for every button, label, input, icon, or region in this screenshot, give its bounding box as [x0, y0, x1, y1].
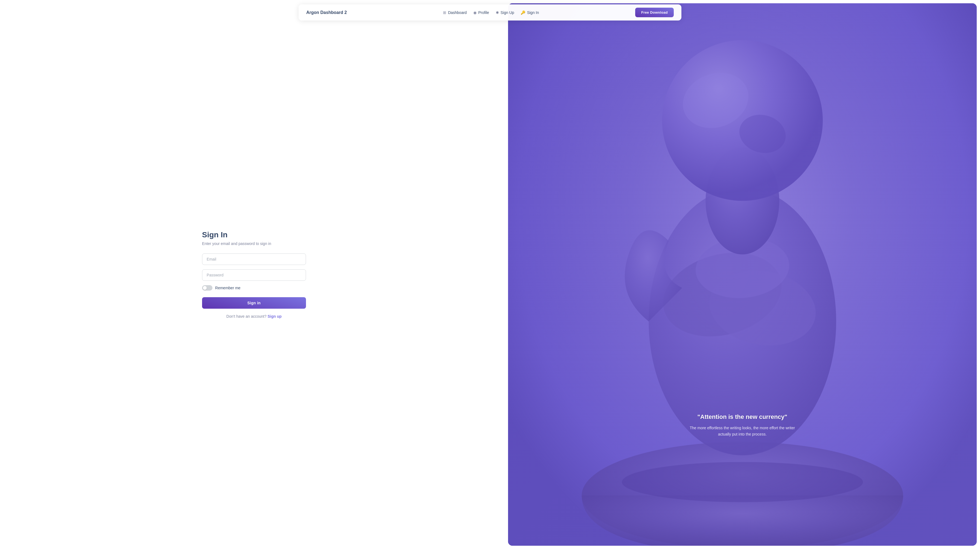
toggle-slider	[202, 285, 212, 291]
nav-profile[interactable]: ◉ Profile	[473, 10, 489, 15]
signup-prompt: Don't have an account? Sign up	[202, 314, 306, 318]
signup-icon: ✱	[496, 10, 499, 15]
right-panel: "Attention is the new currency" The more…	[508, 3, 977, 546]
right-panel-background: "Attention is the new currency" The more…	[508, 3, 977, 546]
signin-container: Sign In Enter your email and password to…	[202, 231, 306, 318]
nav-dashboard[interactable]: ⊞ Dashboard	[443, 10, 467, 15]
signin-button[interactable]: Sign in	[202, 297, 306, 309]
dashboard-icon: ⊞	[443, 10, 446, 15]
quote-subtext: The more effortless the writing looks, t…	[688, 425, 797, 437]
remember-label: Remember me	[215, 286, 240, 290]
quote-content: "Attention is the new currency" The more…	[508, 414, 977, 437]
email-input[interactable]	[202, 253, 306, 265]
quote-text: "Attention is the new currency"	[519, 414, 966, 420]
main-layout: Sign In Enter your email and password to…	[0, 0, 980, 549]
signin-title: Sign In	[202, 231, 306, 239]
brand-title: Argon Dashboard 2	[306, 10, 347, 15]
password-group	[202, 269, 306, 281]
remember-row: Remember me	[202, 285, 306, 291]
signup-link[interactable]: Sign up	[267, 314, 282, 318]
key-icon: 🔑	[520, 10, 525, 15]
purple-overlay	[508, 3, 977, 546]
nav-signup[interactable]: ✱ Sign Up	[496, 10, 514, 15]
remember-toggle[interactable]	[202, 285, 212, 291]
password-input[interactable]	[202, 269, 306, 281]
nav-links: ⊞ Dashboard ◉ Profile ✱ Sign Up 🔑 Sign I…	[443, 10, 539, 15]
signin-subtitle: Enter your email and password to sign in	[202, 242, 306, 246]
navbar: Argon Dashboard 2 ⊞ Dashboard ◉ Profile …	[299, 4, 681, 21]
left-panel: Sign In Enter your email and password to…	[0, 0, 508, 549]
nav-signin[interactable]: 🔑 Sign In	[520, 10, 539, 15]
free-download-button[interactable]: Free Download	[635, 8, 674, 17]
email-group	[202, 253, 306, 265]
profile-icon: ◉	[473, 10, 477, 15]
